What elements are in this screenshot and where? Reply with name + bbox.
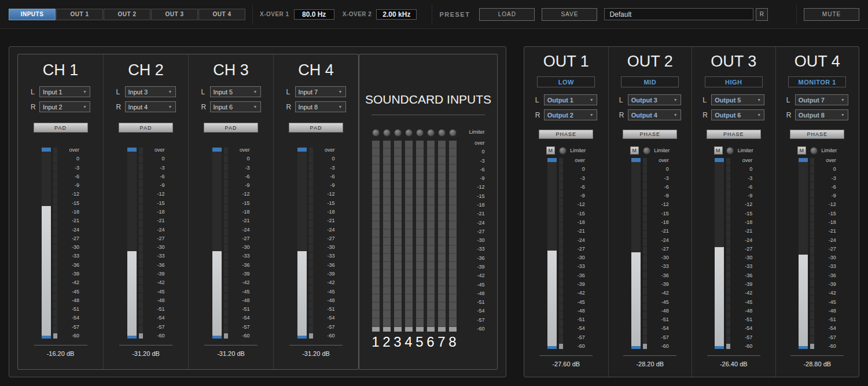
meter-scale: over0-3-6-9-12-15-18-21-24-27-30-33-36-3…: [568, 158, 585, 349]
phase-button[interactable]: PHASE: [623, 130, 677, 139]
scale-tick: -12: [242, 192, 249, 197]
preset-recall-button[interactable]: R: [756, 8, 768, 21]
left-output-select[interactable]: Output 3 ▼: [628, 94, 681, 105]
scale-tick: -21: [242, 218, 249, 223]
scale-tick: -3: [245, 166, 249, 171]
scale-tick: -36: [745, 273, 752, 278]
channel-title: CH 3: [213, 61, 249, 79]
mute-channel-button[interactable]: M: [630, 146, 639, 155]
right-channel-label: R: [116, 103, 125, 111]
level-meter: over0-3-6-9-12-15-18-21-24-27-30-33-36-3…: [799, 158, 836, 349]
right-output-select[interactable]: Output 6 ▼: [711, 109, 764, 120]
xover2-label: X-OVER 2: [343, 11, 372, 17]
scale-tick: -30: [578, 255, 585, 260]
mute-channel-button[interactable]: M: [714, 146, 723, 155]
left-output-select[interactable]: Output 1 ▼: [544, 94, 597, 105]
right-output-select[interactable]: Output 2 ▼: [544, 109, 597, 120]
tab-out-1[interactable]: OUT 1: [56, 9, 103, 20]
tab-out-2[interactable]: OUT 2: [104, 9, 150, 20]
right-source-select[interactable]: Input 2 ▼: [39, 101, 90, 112]
level-readout: -16.20 dB: [47, 350, 75, 357]
pad-button[interactable]: PAD: [119, 123, 173, 133]
selected-source: Input 6: [214, 104, 233, 111]
outputs-panel: OUT 1 LOW L Output 1 ▼ R Output 2 ▼ PHAS…: [524, 46, 859, 377]
save-button[interactable]: SAVE: [542, 8, 597, 21]
scale-tick: -9: [75, 183, 79, 188]
chevron-down-icon: ▼: [841, 98, 845, 102]
xover2-frequency-value[interactable]: 2.00 kHz: [376, 9, 417, 20]
chevron-down-icon: ▼: [253, 90, 258, 94]
left-output-select[interactable]: Output 7 ▼: [795, 94, 848, 105]
left-output-select[interactable]: Output 5 ▼: [711, 94, 764, 105]
soundcard-channel-number: 1: [370, 334, 381, 350]
limiter-led: [383, 129, 391, 137]
meter-bar-secondary: [139, 148, 143, 339]
divider: [790, 355, 844, 356]
scale-tick: -60: [745, 344, 752, 349]
scale-tick: -51: [327, 307, 334, 312]
right-output-select[interactable]: Output 4 ▼: [628, 109, 681, 120]
phase-button[interactable]: PHASE: [707, 130, 761, 139]
soundcard-meter: [383, 141, 391, 332]
mute-channel-button[interactable]: M: [546, 146, 555, 155]
left-source-select[interactable]: Input 5 ▼: [210, 86, 261, 97]
top-toolbar: INPUTS OUT 1 OUT 2 OUT 3 OUT 4 X-OVER 1 …: [0, 0, 868, 29]
scale-tick: -12: [745, 202, 752, 207]
scale-tick: -51: [829, 317, 836, 322]
scale-tick: -6: [748, 185, 752, 190]
scale-tick: -9: [330, 183, 334, 188]
divider: [204, 345, 258, 345]
scale-tick: -24: [242, 227, 249, 233]
left-source-select[interactable]: Input 7 ▼: [295, 86, 346, 97]
soundcard-channel-number: 5: [414, 334, 425, 350]
input-channel-strip: CH 2 L Input 3 ▼ R Input 4 ▼ PAD over0-3…: [103, 54, 188, 369]
limiter-led-row: [372, 129, 458, 137]
mute-button[interactable]: MUTE: [804, 8, 859, 21]
pad-button[interactable]: PAD: [289, 123, 343, 133]
xover1-frequency-value[interactable]: 80.0 Hz: [294, 9, 334, 20]
right-source-select[interactable]: Input 8 ▼: [295, 101, 346, 112]
right-output-select[interactable]: Output 8 ▼: [795, 109, 848, 120]
load-button[interactable]: LOAD: [479, 8, 535, 21]
scale-tick: -48: [661, 308, 669, 314]
right-source-select[interactable]: Input 4 ▼: [125, 101, 176, 112]
scale-tick: 0: [161, 156, 164, 161]
right-source-select[interactable]: Input 6 ▼: [210, 101, 261, 112]
left-source-select[interactable]: Input 3 ▼: [125, 86, 176, 97]
level-readout: -31.20 dB: [217, 350, 245, 357]
phase-button[interactable]: PHASE: [790, 130, 844, 139]
scale-tick: -6: [330, 174, 334, 179]
scale-tick: -30: [661, 255, 669, 260]
level-meter: over0-3-6-9-12-15-18-21-24-27-30-33-36-3…: [715, 158, 752, 349]
left-source-select[interactable]: Input 1 ▼: [39, 86, 90, 97]
scale-tick: -45: [578, 300, 585, 305]
chevron-down-icon: ▼: [339, 105, 343, 109]
scale-tick: -12: [327, 192, 334, 197]
pad-button[interactable]: PAD: [204, 123, 258, 133]
scale-tick: -42: [242, 280, 249, 285]
band-label: MONITOR 1: [788, 76, 846, 87]
scale-tick: -21: [745, 229, 752, 234]
scale-tick: -54: [829, 326, 836, 331]
scale-tick: 0: [749, 167, 752, 172]
soundcard-meter: [394, 141, 402, 332]
tab-out-3[interactable]: OUT 3: [151, 9, 198, 20]
scale-tick: -48: [829, 308, 836, 314]
phase-button[interactable]: PHASE: [539, 130, 593, 139]
meter-scale: over0-3-6-9-12-15-18-21-24-27-30-33-36-3…: [233, 148, 250, 339]
selected-output: Output 6: [715, 112, 741, 119]
scale-tick: -42: [72, 280, 79, 285]
mute-channel-button[interactable]: M: [797, 146, 806, 155]
chevron-down-icon: ▼: [757, 113, 761, 117]
meter-scale: over0-3-6-9-12-15-18-21-24-27-30-33-36-3…: [148, 148, 165, 339]
left-channel-label: L: [786, 96, 795, 104]
meter-fill: [297, 251, 307, 339]
scale-tick: -21: [157, 218, 164, 223]
scale-tick: -24: [829, 238, 836, 243]
tab-inputs[interactable]: INPUTS: [9, 9, 56, 20]
pad-button[interactable]: PAD: [34, 123, 88, 133]
meter-bar-main: [631, 158, 641, 349]
tab-out-4[interactable]: OUT 4: [198, 9, 245, 20]
scale-tick: -33: [829, 264, 836, 269]
preset-name-input[interactable]: [604, 8, 753, 20]
